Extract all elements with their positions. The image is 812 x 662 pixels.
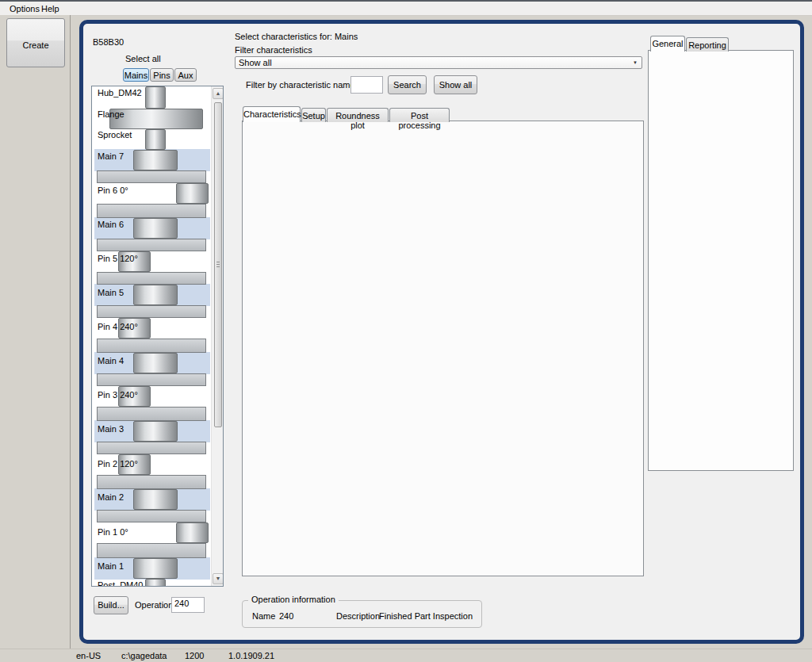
- crank-segment-web: [97, 373, 206, 386]
- scroll-down-icon[interactable]: ▼: [213, 573, 224, 584]
- create-button[interactable]: Create: [6, 18, 65, 67]
- status-locale: en-US: [76, 651, 101, 660]
- left-toolbar: Create: [0, 15, 71, 649]
- crank-segment-journal: [133, 489, 178, 510]
- status-data-path: c:\gagedata: [121, 651, 167, 660]
- crank-item-label[interactable]: Flange: [98, 109, 124, 119]
- crank-segment-shaft: [145, 579, 166, 587]
- crank-segment-shaft: [145, 86, 166, 109]
- operation-name-label: Name: [252, 611, 275, 621]
- status-number: 1200: [185, 651, 204, 660]
- filter-dropdown-value: Show all: [239, 58, 272, 67]
- filter-dropdown[interactable]: Show all ▼: [235, 56, 642, 69]
- status-version: 1.0.1909.21: [228, 651, 274, 660]
- crank-item-label[interactable]: Pin 5 120°: [98, 254, 138, 263]
- menu-bar: Options Help: [0, 2, 812, 16]
- crank-segment-web: [97, 510, 206, 522]
- name-filter-label: Filter by characteristic name: [246, 80, 355, 90]
- crank-segment-web: [97, 543, 206, 558]
- filter-characteristics-label: Filter characteristics: [235, 45, 312, 55]
- crank-scrollbar[interactable]: ▲ ▼: [211, 86, 224, 586]
- tab-post-processing[interactable]: Post processing: [389, 108, 450, 122]
- crank-item-label[interactable]: Post_DM40: [98, 580, 143, 587]
- crank-item-label[interactable]: Pin 2 120°: [98, 459, 138, 469]
- scroll-up-icon[interactable]: ▲: [213, 88, 224, 99]
- operation-description-value: Finished Part Inspection: [379, 611, 473, 621]
- crank-item-label[interactable]: Sprocket: [98, 130, 132, 140]
- tab-reporting[interactable]: Reporting: [686, 37, 729, 52]
- crank-item-label[interactable]: Pin 3 240°: [98, 390, 138, 400]
- tab-setup[interactable]: Setup: [301, 108, 326, 122]
- crank-segment-journal: [133, 421, 178, 442]
- operation-input[interactable]: 240: [171, 597, 205, 613]
- operation-name-value: 240: [279, 611, 293, 621]
- chevron-down-icon: ▼: [633, 60, 638, 65]
- crank-item-label[interactable]: Pin 4 240°: [98, 322, 138, 331]
- name-filter-input[interactable]: [350, 76, 383, 94]
- crank-item-label[interactable]: Hub_DM42: [98, 88, 142, 98]
- crank-segment-web: [97, 305, 206, 318]
- crank-item-label[interactable]: Main 4: [98, 356, 124, 365]
- characteristics-tabpage: [242, 121, 644, 576]
- group-tab-mains[interactable]: Mains: [123, 68, 149, 82]
- crank-segment-journal: [133, 218, 178, 239]
- crank-item-label[interactable]: Main 2: [98, 492, 124, 502]
- show-all-button[interactable]: Show all: [434, 75, 477, 94]
- crank-segment-pinR: [176, 183, 209, 204]
- crank-item-label[interactable]: Pin 1 0°: [98, 527, 128, 537]
- search-button[interactable]: Search: [388, 75, 427, 94]
- tab-roundness-plot[interactable]: Roundness plot: [327, 108, 389, 122]
- crank-segment-web: [97, 170, 206, 183]
- crank-segment-web: [97, 204, 206, 218]
- group-tab-pins[interactable]: Pins: [150, 68, 174, 82]
- operation-info-group: Operation information Name 240 Descripti…: [242, 600, 482, 628]
- crank-segment-shaft: [145, 129, 166, 150]
- menu-help[interactable]: Help: [38, 3, 63, 14]
- group-tab-aux[interactable]: Aux: [174, 68, 197, 82]
- crank-segment-web: [97, 407, 206, 421]
- scrollbar-grip-icon: [216, 262, 220, 267]
- crank-item-label[interactable]: Main 7: [98, 151, 124, 161]
- tab-general[interactable]: General: [650, 36, 685, 52]
- crank-segment-journal: [133, 353, 178, 373]
- general-tabpage: [648, 50, 794, 471]
- tab-characteristics[interactable]: Characteristics: [243, 106, 301, 122]
- build-button[interactable]: Build...: [94, 596, 128, 614]
- crank-segment-journal: [133, 150, 178, 170]
- crank-segment-journal: [133, 285, 178, 305]
- crank-item-label[interactable]: Pin 6 0°: [98, 186, 128, 195]
- crank-item-label[interactable]: Main 6: [98, 220, 124, 229]
- crank-segment-web: [97, 239, 206, 251]
- crank-segment-web: [97, 475, 206, 489]
- status-bar: en-US c:\gagedata 1200 1.0.1909.21: [0, 649, 812, 662]
- crank-segment-web: [97, 339, 206, 353]
- part-name: B58B30: [93, 37, 124, 47]
- crank-segment-web: [97, 272, 206, 285]
- operation-info-legend: Operation information: [248, 595, 339, 604]
- crank-item-label[interactable]: Main 3: [98, 424, 124, 434]
- crank-segment-journal: [133, 558, 178, 579]
- crank-listbox[interactable]: Hub_DM42FlangeSprocketMain 7Pin 6 0°Main…: [91, 86, 224, 587]
- operation-label: Operation: [135, 600, 173, 610]
- crank-item-label[interactable]: Main 5: [98, 288, 124, 297]
- crank-segment-web: [97, 442, 206, 454]
- operation-description-label: Description: [336, 611, 380, 621]
- crank-item-label[interactable]: Main 1: [98, 561, 124, 571]
- crank-segment-pinR: [176, 522, 209, 543]
- select-characteristics-header: Select characteristics for: Mains: [235, 32, 358, 41]
- select-all-label[interactable]: Select all: [125, 54, 161, 63]
- crank-scrollbar-thumb[interactable]: [214, 102, 222, 427]
